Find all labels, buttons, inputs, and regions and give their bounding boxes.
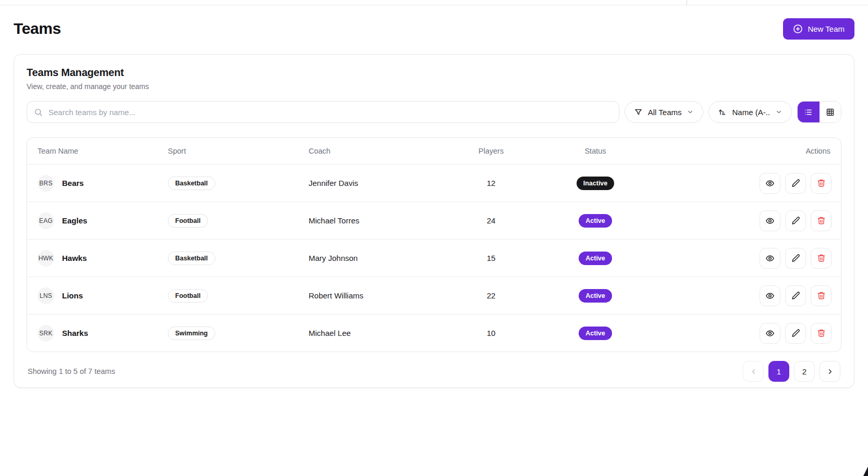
team-name: Eagles xyxy=(62,216,87,225)
status-badge: Active xyxy=(579,289,612,303)
table-row-bears[interactable]: BRS Bears Basketball Jennifer Davis 12 I… xyxy=(27,164,841,202)
list-view-button[interactable] xyxy=(798,102,820,122)
chevron-down-icon xyxy=(687,108,694,116)
sort-label: Name (A-.. xyxy=(732,108,770,117)
eye-icon xyxy=(765,216,775,226)
top-window-edge xyxy=(0,0,868,5)
status-badge: Active xyxy=(579,252,612,265)
controls-row: All Teams Name (A-.. xyxy=(27,101,841,123)
filter-dropdown[interactable]: All Teams xyxy=(625,101,704,123)
delete-team-button[interactable] xyxy=(811,210,832,231)
view-team-button[interactable] xyxy=(760,323,780,344)
table-footer: Showing 1 to 5 of 7 teams 1 2 xyxy=(27,361,841,382)
avatar: EAG xyxy=(38,212,54,229)
edit-team-button[interactable] xyxy=(785,210,806,231)
eye-icon xyxy=(765,179,775,188)
sort-ascending-icon xyxy=(718,108,727,117)
chevron-down-icon xyxy=(775,108,783,116)
teams-management-card: Teams Management View, create, and manag… xyxy=(14,54,854,388)
sort-dropdown[interactable]: Name (A-.. xyxy=(708,101,792,123)
column-header-players: Players xyxy=(434,147,548,155)
delete-team-button[interactable] xyxy=(811,323,832,344)
team-name: Hawks xyxy=(62,254,87,262)
eye-icon xyxy=(765,329,775,338)
avatar: HWK xyxy=(38,250,54,267)
page-1-button[interactable]: 1 xyxy=(768,361,789,382)
column-header-team-name: Team Name xyxy=(27,147,168,155)
avatar: BRS xyxy=(38,175,54,192)
pencil-icon xyxy=(791,291,800,300)
page-header: Teams New Team xyxy=(14,17,854,40)
edit-team-button[interactable] xyxy=(785,248,806,269)
eye-icon xyxy=(765,254,775,263)
table-row-lions[interactable]: LNS Lions Football Robert Williams 22 Ac… xyxy=(27,277,841,314)
pencil-icon xyxy=(791,179,800,187)
sport-badge: Basketball xyxy=(168,177,215,190)
sport-badge: Football xyxy=(168,289,208,303)
filter-label: All Teams xyxy=(648,108,682,117)
card-subtitle: View, create, and manage your teams xyxy=(27,82,841,91)
funnel-icon xyxy=(634,108,643,117)
edit-team-button[interactable] xyxy=(785,323,806,344)
trash-icon xyxy=(817,179,826,187)
table-row-eagles[interactable]: EAG Eagles Football Michael Torres 24 Ac… xyxy=(27,202,841,239)
view-toggle xyxy=(797,101,841,123)
teams-table: Team Name Sport Coach Players Status Act… xyxy=(27,137,841,352)
delete-team-button[interactable] xyxy=(811,285,832,306)
players-count: 10 xyxy=(434,329,548,337)
window-corner-artifact xyxy=(863,467,868,476)
coach-name: Michael Torres xyxy=(309,216,434,225)
edit-team-button[interactable] xyxy=(785,285,806,306)
avatar: SRK xyxy=(38,325,54,342)
status-badge: Active xyxy=(579,214,612,228)
pencil-icon xyxy=(791,216,800,225)
sport-badge: Swimming xyxy=(168,327,215,340)
avatar: LNS xyxy=(38,287,54,304)
players-count: 24 xyxy=(434,216,548,225)
list-icon xyxy=(804,108,813,117)
delete-team-button[interactable] xyxy=(811,248,832,269)
trash-icon xyxy=(817,216,826,225)
eye-icon xyxy=(765,291,775,300)
players-count: 22 xyxy=(434,291,548,300)
sport-badge: Football xyxy=(168,214,208,228)
page-title: Teams xyxy=(14,20,61,37)
coach-name: Mary Johnson xyxy=(309,254,434,262)
edit-team-button[interactable] xyxy=(785,173,806,194)
coach-name: Jennifer Davis xyxy=(309,179,434,187)
sport-badge: Basketball xyxy=(168,252,215,265)
pencil-icon xyxy=(791,329,800,337)
trash-icon xyxy=(817,291,826,300)
table-row-sharks[interactable]: SRK Sharks Swimming Michael Lee 10 Activ… xyxy=(27,314,841,352)
trash-icon xyxy=(817,254,826,262)
delete-team-button[interactable] xyxy=(811,173,832,194)
grid-icon xyxy=(826,108,835,117)
top-edge-divider xyxy=(687,0,687,5)
page-2-button[interactable]: 2 xyxy=(794,361,815,382)
card-title: Teams Management xyxy=(27,67,841,79)
players-count: 12 xyxy=(434,179,548,187)
new-team-button[interactable]: New Team xyxy=(783,18,854,40)
search-icon xyxy=(34,108,43,117)
coach-name: Robert Williams xyxy=(309,291,434,300)
view-team-button[interactable] xyxy=(760,210,780,231)
column-header-status: Status xyxy=(548,147,642,155)
next-page-button[interactable] xyxy=(820,361,840,382)
grid-view-button[interactable] xyxy=(820,102,841,122)
results-summary: Showing 1 to 5 of 7 teams xyxy=(28,367,115,375)
team-name: Sharks xyxy=(62,329,88,337)
pagination: 1 2 xyxy=(743,361,840,382)
search-box[interactable] xyxy=(27,101,619,123)
teams-page: { "page_title": "Teams", "toolbar": { "n… xyxy=(0,0,868,476)
status-badge: Active xyxy=(579,327,612,340)
view-team-button[interactable] xyxy=(760,248,780,269)
view-team-button[interactable] xyxy=(760,173,780,194)
search-input[interactable] xyxy=(47,107,612,117)
main-content: Teams New Team Teams Management View, cr… xyxy=(0,17,868,388)
previous-page-button[interactable] xyxy=(743,361,764,382)
view-team-button[interactable] xyxy=(760,285,780,306)
trash-icon xyxy=(817,329,826,337)
table-row-hawks[interactable]: HWK Hawks Basketball Mary Johnson 15 Act… xyxy=(27,239,841,277)
team-name: Bears xyxy=(62,179,84,187)
pencil-icon xyxy=(791,254,800,262)
